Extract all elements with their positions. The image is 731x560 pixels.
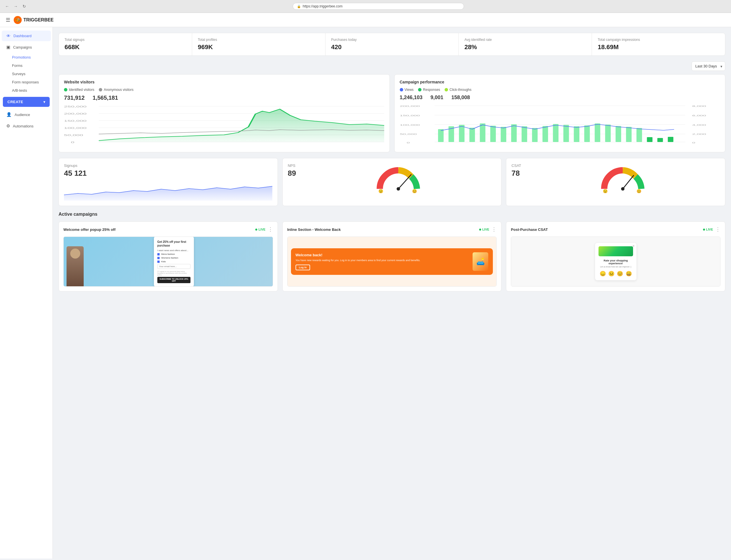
inline-welcome-back: Welcome back! You have new rewards waiti… (291, 248, 493, 275)
popup-checkboxes-2: Womens fashion (157, 257, 191, 259)
svg-rect-39 (563, 125, 569, 142)
anonymous-legend-label: Anonymous visitors (104, 88, 133, 92)
chart-legend-visitors: Identified visitors Anonymous visitors (64, 88, 384, 92)
chart-legend-campaign: Views Responses Click-throughs (400, 88, 720, 92)
views-metric: 1,246,103 (400, 95, 422, 101)
identified-dot (64, 88, 67, 91)
svg-rect-40 (574, 126, 579, 142)
svg-text:😊: 😊 (636, 189, 642, 193)
csat-title-label: CSAT (511, 163, 521, 168)
sidebar-automations-label: Automations (13, 124, 33, 128)
campaign-menu-0[interactable]: ⋮ (268, 226, 273, 233)
emoji-sad[interactable]: 😞 (600, 271, 606, 277)
svg-rect-41 (584, 125, 590, 142)
csat-emoji-row: 😞 😐 😊 😄 (598, 271, 633, 277)
emoji-neutral[interactable]: 😐 (608, 271, 614, 277)
responses-metric: 9,001 (430, 95, 443, 101)
sidebar-item-dashboard[interactable]: 👁 Dashboard (2, 31, 51, 41)
nps-title: NPS (288, 163, 296, 168)
svg-text:50,000: 50,000 (400, 133, 417, 135)
url-text: https://app.triggerbee.com (303, 4, 343, 8)
signups-sparkline (64, 181, 273, 201)
signups-value: 45 121 (64, 169, 273, 178)
csat-preview-card: ✕ Rate your shopping experience! Let us … (595, 243, 636, 280)
sidebar-surveys-label: Surveys (12, 72, 25, 76)
anonymous-dot (99, 88, 102, 91)
campaign-menu-1[interactable]: ⋮ (491, 226, 496, 233)
svg-text:0: 0 (406, 141, 410, 144)
welcome-back-container: Welcome back! You have new rewards waiti… (291, 248, 493, 275)
svg-text:150,000: 150,000 (400, 114, 420, 117)
live-badge-0: LIVE (255, 228, 265, 231)
csat-value: 78 (511, 169, 521, 178)
legend-responses: Responses (418, 88, 440, 92)
stat-identified-value: 28% (464, 43, 586, 51)
checkbox-womens-label: Womens fashion (161, 257, 178, 259)
stat-impressions-label: Total campaign impressions (598, 38, 719, 42)
svg-text:😟: 😟 (603, 189, 608, 193)
legend-anonymous: Anonymous visitors (99, 88, 133, 92)
live-label-2: LIVE (706, 228, 713, 231)
sidebar-item-forms[interactable]: Forms (0, 61, 53, 70)
svg-text:50,000: 50,000 (64, 134, 83, 137)
popup-email-input[interactable] (157, 264, 191, 269)
stat-total-profiles: Total profiles 969K (192, 33, 326, 55)
sidebar-item-automations[interactable]: ⚙ Automations (2, 121, 51, 131)
campaign-name-2: Post-Purchase CSAT (511, 227, 700, 232)
charts-row: Website visitors Identified visitors Ano… (59, 74, 725, 152)
back-button[interactable]: ← (5, 4, 10, 9)
date-filter-select[interactable]: Last 7 Days Last 30 Days Last 90 Days La… (692, 61, 725, 71)
csat-widget-subtitle: Let us know how we can improve :) (598, 266, 633, 268)
svg-text:250,000: 250,000 (64, 105, 87, 108)
svg-point-51 (396, 187, 400, 191)
app-container: ☰ 🐝 TRIGGERBEE 👁 Dashboard ▣ Campaigns P… (0, 13, 731, 559)
forward-button[interactable]: → (13, 4, 18, 9)
svg-rect-47 (647, 137, 652, 142)
svg-rect-37 (542, 126, 548, 142)
csat-panel: CSAT 78 😟 😊 (506, 158, 725, 206)
sidebar-item-campaigns[interactable]: ▣ Campaigns (2, 42, 51, 53)
clickthroughs-dot (444, 88, 448, 91)
sidebar-item-audience[interactable]: 👤 Audience (2, 109, 51, 120)
sidebar-item-surveys[interactable]: Surveys (0, 70, 53, 78)
emoji-very-happy[interactable]: 😄 (626, 271, 632, 277)
stat-purchases-today: Purchases today 420 (326, 33, 459, 55)
sidebar-form-responses-label: Form responses (12, 80, 39, 84)
audience-icon: 👤 (6, 112, 12, 117)
sidebar-item-form-responses[interactable]: Form responses (0, 78, 53, 86)
svg-text:8,000: 8,000 (692, 105, 706, 107)
csat-close-icon: ✕ (632, 245, 635, 247)
campaign-menu-2[interactable]: ⋮ (715, 226, 720, 233)
popup-subscribe-button[interactable]: SUBSCRIBE TO UNLOCK 25% OFF (157, 277, 191, 283)
reload-button[interactable]: ↻ (22, 4, 27, 9)
sidebar-forms-label: Forms (12, 63, 23, 68)
campaign-header-0: Welcome offer popup 25% off LIVE ⋮ (63, 226, 273, 233)
campaign-name-0: Welcome offer popup 25% off (63, 227, 253, 232)
campaign-preview-1: Welcome back! You have new rewards waiti… (287, 237, 497, 287)
csat-widget-preview: ✕ Rate your shopping experience! Let us … (511, 237, 720, 286)
live-dot-1 (479, 229, 481, 231)
svg-text:150,000: 150,000 (64, 119, 87, 122)
emoji-happy[interactable]: 😊 (617, 271, 623, 277)
nps-gauge-svg: 😟 😊 (375, 165, 421, 193)
stat-profiles-label: Total profiles (198, 38, 320, 42)
menu-toggle-button[interactable]: ☰ (6, 17, 10, 23)
welcome-back-text-area: Welcome back! You have new rewards waiti… (296, 253, 469, 271)
signups-panel: Signups 45 121 (59, 158, 278, 206)
sidebar-item-ab-tests[interactable]: A/B-tests (0, 86, 53, 95)
svg-rect-29 (459, 125, 464, 142)
live-label-0: LIVE (259, 228, 265, 231)
welcome-back-login-button[interactable]: Log in (296, 265, 310, 270)
active-campaigns-title: Active campaigns (59, 212, 725, 217)
stat-impressions-value: 18.69M (598, 43, 719, 51)
popup-card-title: Get 25% off your first purchase (157, 240, 191, 247)
create-button[interactable]: CREATE ▾ (3, 97, 50, 107)
sidebar-item-promotions[interactable]: Promotions (0, 53, 53, 61)
url-bar[interactable]: 🔒 https://app.triggerbee.com (293, 3, 464, 10)
svg-rect-48 (657, 138, 663, 142)
nps-panel: NPS 89 (283, 158, 502, 206)
svg-text:2,000: 2,000 (692, 133, 706, 135)
popup-card-label: I want news and offers about... (157, 249, 191, 252)
svg-rect-32 (490, 126, 496, 142)
dashboard-icon: 👁 (6, 33, 11, 38)
